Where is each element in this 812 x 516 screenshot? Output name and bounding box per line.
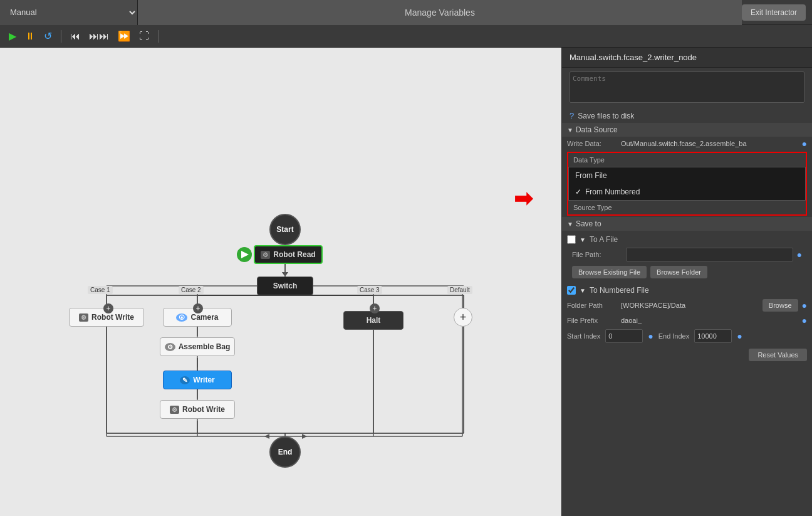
to-numbered-label: To Numbered File [590, 286, 649, 295]
to-numbered-checkbox[interactable] [567, 286, 576, 295]
data-source-arrow: ▼ [567, 127, 573, 134]
halt-node[interactable]: Halt [343, 311, 403, 330]
default-label: Default [447, 286, 472, 294]
flow-canvas: Start ⚙ Robot Read Switch Case 1 Case 2 … [0, 48, 561, 516]
robot-write2-node[interactable]: ⚙ Robot Write [160, 400, 235, 419]
assemble-bag-node[interactable]: ⚙ Assemble Bag [160, 337, 235, 356]
svg-marker-23 [282, 272, 288, 276]
folder-path-row: Folder Path [WORKSPACE]/Data Browse ● [562, 297, 812, 313]
forward-button[interactable]: ⏩ [115, 29, 133, 43]
to-a-file-arrow: ▼ [580, 236, 586, 243]
play-button[interactable]: ▶ [6, 29, 19, 43]
to-numbered-section: ▼ To Numbered File [562, 283, 812, 297]
write-data-row: Write Data: Out/Manual.switch.fcase_2.as… [562, 137, 812, 150]
source-type-row: Source Type [568, 201, 806, 214]
write-data-label: Write Data: [567, 140, 617, 147]
save-to-arrow: ▼ [567, 221, 573, 228]
file-path-input[interactable] [626, 248, 793, 261]
exit-interactor-button[interactable]: Exit Interactor [742, 4, 806, 21]
svg-marker-25 [241, 251, 249, 258]
case3-plus-icon[interactable]: + [370, 303, 380, 313]
manage-vars-label: Manage Variables [138, 0, 742, 25]
camera-button[interactable]: ⛶ [137, 29, 152, 43]
start-index-label: Start Index [567, 332, 600, 340]
to-a-file-checkbox[interactable] [567, 235, 576, 244]
canvas-area[interactable]: Start ⚙ Robot Read Switch Case 1 Case 2 … [0, 48, 561, 516]
file-path-row: File Path: ● [567, 246, 807, 263]
start-index-input[interactable] [605, 329, 643, 343]
panel-title: Manual.switch.fcase_2.writer_node [562, 48, 812, 68]
toolbar: ▶ ⏸ ↺ ⏮ ⏭⏭ ⏩ ⛶ [0, 25, 812, 48]
data-type-label: Data Type [573, 156, 623, 164]
end-index-dot: ● [737, 331, 742, 341]
browse-folder-button[interactable]: Browse Folder [650, 266, 707, 278]
end-index-input[interactable] [694, 329, 732, 343]
robot-read-node[interactable]: ⚙ Robot Read [254, 245, 323, 264]
pause-button[interactable]: ⏸ [23, 29, 38, 43]
save-files-row: ? Save files to disk [562, 108, 812, 123]
file-path-dot: ● [797, 250, 802, 260]
red-arrow-indicator: ➡ [514, 186, 533, 212]
start-node[interactable]: Start [269, 214, 301, 245]
folder-browse-button[interactable]: Browse [763, 299, 798, 312]
toolbar-divider2 [158, 30, 159, 43]
browse-existing-button[interactable]: Browse Existing File [572, 266, 647, 278]
dropdown-highlighted-area: Data Type From File ✓From Numbered Sourc… [567, 152, 807, 216]
save-to-label: Save to [576, 219, 601, 228]
dropdown-menu: From File ✓From Numbered [568, 167, 806, 201]
comments-textarea[interactable] [570, 71, 804, 103]
start-index-dot: ● [648, 331, 653, 341]
folder-path-label: Folder Path [567, 302, 617, 309]
data-type-row: Data Type [568, 153, 806, 167]
case2-label: Case 2 [179, 286, 204, 294]
case1-label: Case 1 [88, 286, 113, 294]
prefix-dot: ● [802, 315, 807, 325]
case2-plus-icon[interactable]: + [193, 303, 203, 313]
comments-section [562, 68, 812, 108]
folder-path-value: [WORKSPACE]/Data [621, 302, 759, 309]
svg-marker-44 [264, 434, 269, 439]
data-source-header[interactable]: ▼ Data Source [562, 123, 812, 137]
from-numbered-option[interactable]: ✓From Numbered [569, 184, 805, 200]
check-icon: ✓ [575, 187, 581, 196]
default-plus-node[interactable]: + [454, 308, 472, 327]
case3-label: Case 3 [357, 286, 382, 294]
refresh-button[interactable]: ↺ [41, 29, 55, 43]
svg-marker-42 [283, 272, 288, 276]
save-files-label: Save files to disk [578, 112, 634, 120]
right-panel: Manual.switch.fcase_2.writer_node ? Save… [561, 48, 812, 516]
data-source-label: Data Source [576, 125, 618, 134]
to-a-file-label: To A File [590, 235, 618, 244]
reset-values-button[interactable]: Reset Values [749, 349, 807, 361]
from-file-option[interactable]: From File [569, 167, 805, 184]
info-icon: ? [570, 111, 574, 120]
write-data-value: Out/Manual.switch.fcase_2.assemble_ba [621, 140, 798, 147]
switch-node[interactable]: Switch [257, 276, 313, 295]
end-node[interactable]: End [269, 436, 301, 468]
writer-node[interactable]: ✎ Writer [163, 371, 232, 389]
file-path-label: File Path: [572, 251, 622, 258]
toolbar-divider [61, 30, 61, 43]
svg-point-24 [237, 247, 252, 262]
end-index-label: End Index [658, 332, 690, 340]
file-prefix-label: File Prefix [567, 317, 617, 324]
save-to-header[interactable]: ▼ Save to [562, 217, 812, 231]
step-button[interactable]: ⏮ [68, 29, 83, 43]
file-prefix-value: daoai_ [621, 317, 642, 324]
main-area: Start ⚙ Robot Read Switch Case 1 Case 2 … [0, 48, 812, 516]
write-data-dot: ● [802, 139, 807, 149]
file-prefix-row: File Prefix daoai_ ● [562, 313, 812, 327]
to-a-file-section: ▼ To A File File Path: ● Browse Existing… [562, 231, 812, 283]
top-bar: Manual Manage Variables Exit Interactor [0, 0, 812, 25]
index-row: Start Index ● End Index ● [562, 327, 812, 345]
svg-marker-45 [302, 434, 307, 439]
skip-button[interactable]: ⏭⏭ [86, 29, 112, 43]
browse-buttons-row: Browse Existing File Browse Folder [567, 263, 807, 281]
manual-selector[interactable]: Manual [0, 0, 138, 25]
to-a-file-checkbox-row: ▼ To A File [567, 233, 807, 246]
case1-plus-icon[interactable]: + [103, 303, 113, 313]
to-numbered-arrow: ▼ [580, 287, 586, 294]
folder-path-dot: ● [802, 300, 807, 310]
source-type-label: Source Type [573, 204, 623, 211]
